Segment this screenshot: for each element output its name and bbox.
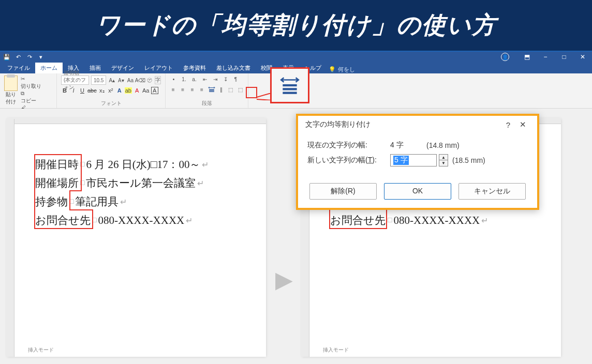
undo-icon[interactable]: ↶ <box>14 53 22 60</box>
text-effects-button[interactable]: A <box>116 87 123 94</box>
tab-mark-icon: □ <box>68 198 75 206</box>
show-marks-button[interactable]: ¶ <box>232 75 240 83</box>
clear-format-icon[interactable]: A⌫ <box>136 76 144 84</box>
tutorial-title: ワードの「均等割り付け」の使い方 <box>96 11 497 38</box>
ribbon-group-font: 游明朝 (本文のフォン 10.5 A▴ A▾ Aa A⌫ ㋐ 字 B I U a… <box>57 73 166 108</box>
new-width-mm: (18.5 mm) <box>452 156 485 164</box>
ribbon-display-options-button[interactable]: ⬒ <box>517 52 536 62</box>
new-width-spinner[interactable]: ▲ ▼ <box>439 154 448 166</box>
dialog-close-button[interactable]: ✕ <box>515 120 530 129</box>
shading-button[interactable]: ⬚ <box>227 86 234 94</box>
new-width-input[interactable]: 5 字 <box>390 154 437 166</box>
font-name-combo[interactable]: 游明朝 (本文のフォン <box>61 75 89 85</box>
lightbulb-icon: 💡 <box>329 66 336 73</box>
line4-label: お問合せ先 <box>35 214 91 226</box>
strike-button[interactable]: abc <box>87 87 97 94</box>
tab-file[interactable]: ファイル <box>2 63 35 73</box>
doc-line-4: お問合せ先 □ 080-XXXX-XXXX ↵ <box>330 211 549 230</box>
cancel-button[interactable]: キャンセル <box>458 183 526 200</box>
return-mark-icon: ↵ <box>119 197 127 207</box>
superscript-button[interactable]: x² <box>107 87 114 94</box>
tab-mark-icon: □ <box>386 216 393 224</box>
doc-line-4: お問合せ先 □ 080-XXXX-XXXX ↵ <box>35 211 254 230</box>
tab-draw[interactable]: 描画 <box>84 63 106 73</box>
return-mark-icon: ↵ <box>196 178 204 188</box>
page-after-col: 開催日時 □ 6 月 26 日(水)□17：00～ ↵ 開催場所 □ 市民ホール… <box>302 119 561 357</box>
redo-icon[interactable]: ↷ <box>26 53 33 60</box>
borders-button[interactable]: ⬚ <box>237 86 244 94</box>
line4-value: 080-XXXX-XXXX <box>98 214 184 227</box>
font-size-combo[interactable]: 10.5 <box>91 75 106 85</box>
line1-value: 6 月 26 日(水)□17：00～ <box>86 157 200 172</box>
decrease-indent-button[interactable]: ⇤ <box>201 75 209 83</box>
vertical-ruler[interactable] <box>6 119 14 357</box>
align-left-button[interactable]: ≡ <box>170 86 176 94</box>
remove-button[interactable]: 解除(R) <box>309 183 377 200</box>
quick-access-toolbar: 💾 ↶ ↷ ▾ <box>3 53 45 60</box>
line-spacing-button[interactable]: ‖ <box>218 86 225 94</box>
bold-button[interactable]: B <box>61 87 68 94</box>
line3-label: 持参物 <box>35 195 68 208</box>
copy-button[interactable]: ⧉ コピー <box>21 90 52 104</box>
multilevel-button[interactable]: a. <box>190 75 198 83</box>
distribute-text-icon-large <box>279 74 301 96</box>
doc-line-2: 開催場所 □ 市民ホール第一会議室 ↵ <box>35 174 254 192</box>
increase-indent-button[interactable]: ⇥ <box>211 75 219 83</box>
doc-line-1: 開催日時 □ 6 月 26 日(水)□17：00～ ↵ <box>35 155 254 174</box>
svg-rect-0 <box>209 89 214 89</box>
svg-rect-2 <box>209 92 214 92</box>
tab-mailmerge[interactable]: 差し込み文書 <box>211 63 256 73</box>
sort-button[interactable]: ↧ <box>221 75 229 83</box>
change-case-icon[interactable]: Aa <box>127 76 134 84</box>
tab-mark-icon: □ <box>79 179 86 187</box>
bullets-button[interactable]: • <box>170 75 177 83</box>
qat-dropdown-icon[interactable]: ▾ <box>37 53 45 60</box>
grow-font-icon[interactable]: A▴ <box>108 76 115 84</box>
dialog-titlebar: 文字の均等割り付け ? ✕ <box>298 116 537 133</box>
shrink-font-icon[interactable]: A▾ <box>117 76 125 84</box>
svg-rect-3 <box>283 84 297 86</box>
new-width-label: 新しい文字列の幅(T): <box>307 156 390 165</box>
italic-button[interactable]: I <box>70 87 77 94</box>
horizontal-ruler[interactable] <box>7 118 266 124</box>
tab-home[interactable]: ホーム <box>35 63 63 73</box>
char-shading-button[interactable]: Aa <box>142 87 150 94</box>
font-color-button[interactable]: A <box>134 87 141 94</box>
svg-rect-4 <box>283 88 297 90</box>
enclose-char-icon[interactable]: 字 <box>155 76 161 84</box>
numbering-button[interactable]: 1. <box>180 75 188 83</box>
cut-button[interactable]: ✂ 切り取り <box>21 75 52 90</box>
distribute-text-button[interactable] <box>208 85 215 94</box>
distribute-text-icon <box>208 86 215 93</box>
close-button[interactable]: ✕ <box>573 52 592 62</box>
spinner-up-icon[interactable]: ▲ <box>439 155 448 160</box>
paste-button[interactable]: 貼り付け <box>4 75 18 105</box>
tell-me-label: 何をし <box>338 66 355 73</box>
subscript-button[interactable]: x₂ <box>98 87 106 94</box>
align-right-button[interactable]: ≡ <box>189 86 196 94</box>
justify-button[interactable]: ≡ <box>198 86 205 94</box>
align-center-button[interactable]: ≡ <box>179 86 186 94</box>
tab-design[interactable]: デザイン <box>106 63 139 73</box>
page-before[interactable]: 開催日時 □ 6 月 26 日(水)□17：00～ ↵ 開催場所 □ 市民ホール… <box>7 119 266 357</box>
distribute-icon-callout <box>270 67 309 103</box>
before-after-arrow-icon: ▶ <box>271 266 297 293</box>
dialog-title: 文字の均等割り付け <box>305 120 501 129</box>
minimize-button[interactable]: − <box>536 52 555 62</box>
spinner-down-icon[interactable]: ▼ <box>439 160 448 166</box>
tab-references[interactable]: 参考資料 <box>178 63 211 73</box>
phonetic-guide-icon[interactable]: ㋐ <box>146 76 153 84</box>
word-window: 💾 ↶ ↷ ▾ 👤 ⬒ − □ ✕ ファイル ホーム 挿入 描画 デザイン レイ… <box>0 51 592 364</box>
dialog-help-button[interactable]: ? <box>501 120 515 129</box>
user-avatar-icon[interactable]: 👤 <box>501 53 509 61</box>
underline-button[interactable]: U <box>79 87 86 94</box>
tell-me-search[interactable]: 💡 何をし <box>329 66 355 73</box>
char-border-button[interactable]: A <box>151 87 158 94</box>
maximize-button[interactable]: □ <box>555 52 573 62</box>
tab-mark-icon: □ <box>91 216 98 224</box>
save-icon[interactable]: 💾 <box>3 53 10 60</box>
highlight-button[interactable]: ab <box>125 87 132 94</box>
ok-button[interactable]: OK <box>384 183 451 200</box>
tab-mark-icon: □ <box>79 160 86 169</box>
tab-layout[interactable]: レイアウト <box>139 63 178 73</box>
